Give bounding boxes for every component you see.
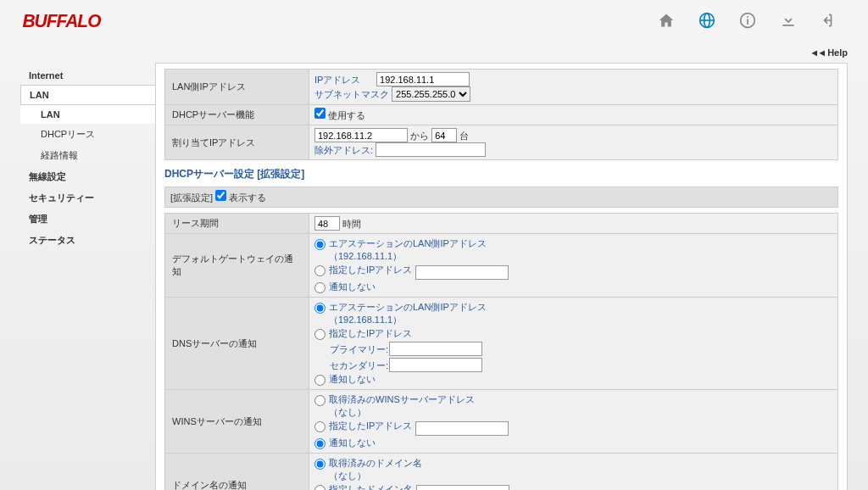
dns-radio-2[interactable] [314,329,326,340]
gateway-radio-3[interactable] [314,282,326,293]
gateway-row-label: デフォルトゲートウェイの通知 [165,234,309,298]
sidebar-sub-dhcp-lease[interactable]: DHCPリース [20,124,156,145]
gateway-radio-2[interactable] [314,265,326,276]
gateway-opt3: 通知しない [329,281,376,293]
help-arrows: ◄◄ [810,47,825,58]
sidebar-item-status[interactable]: ステータス [20,230,156,251]
home-icon[interactable] [658,12,675,31]
svg-rect-5 [747,16,748,18]
gateway-ip-input[interactable] [415,265,509,280]
lan-ip-table: LAN側IPアドレス IPアドレス サブネットマスク 255.255.255.0… [164,69,838,160]
ext-toggle-row: [拡張設定] 表示する [164,187,838,208]
sidebar-item-security[interactable]: セキュリティー [20,187,156,209]
help-row: ◄◄ Help [0,42,868,63]
domain-radio-1[interactable] [314,459,326,470]
svg-rect-4 [747,19,748,25]
main-panel: LAN側IPアドレス IPアドレス サブネットマスク 255.255.255.0… [155,63,848,490]
dhcp-use-label: 使用する [328,110,365,120]
dns-opt3: 通知しない [329,373,376,386]
dhcp-row-label: DHCPサーバー機能 [165,105,309,125]
sidebar-sub-route[interactable]: 経路情報 [20,145,156,166]
sidebar-item-internet[interactable]: Internet [20,66,156,85]
assign-units: 台 [459,131,469,141]
ext-show-checkbox[interactable] [215,190,226,201]
assign-row-label: 割り当てIPアドレス [165,125,309,160]
logout-icon[interactable] [821,12,837,31]
globe-icon[interactable] [698,12,715,31]
wins-opt1-sub: （なし） [329,407,366,417]
ext-section-title: DHCPサーバー設定 [拡張設定] [164,167,838,181]
gateway-opt1-sub: （192.168.11.1） [329,251,402,261]
assign-count-input[interactable] [431,128,457,142]
lease-input[interactable] [314,216,340,231]
header: BUFFALO [0,0,868,42]
subnet-select[interactable]: 255.255.255.0 [392,86,470,102]
domain-row-label: ドメイン名の通知 [165,454,309,491]
gateway-radio-1[interactable] [314,239,326,250]
domain-opt1-sub: （なし） [329,471,366,481]
gateway-opt2: 指定したIPアドレス [329,264,412,276]
help-link[interactable]: Help [827,47,848,58]
download-icon[interactable] [780,12,797,31]
info-icon[interactable] [739,12,756,31]
dns-opt1: エアステーションのLAN側IPアドレス [329,302,487,312]
sidebar: Internet LAN LAN DHCPリース 経路情報 無線設定 セキュリテ… [20,63,156,490]
dns-radio-1[interactable] [314,303,326,314]
dns-row-label: DNSサーバーの通知 [165,298,309,390]
top-nav-icons [658,12,848,31]
dns-opt2: 指定したIPアドレス [329,327,412,340]
gateway-opt1: エアステーションのLAN側IPアドレス [329,238,487,248]
ext-table: リース期間 時間 デフォルトゲートウェイの通知 エアステーションのLAN側IPア… [164,213,838,490]
dns-radio-3[interactable] [314,375,326,386]
domain-opt2: 指定したドメイン名 [329,483,413,490]
dns-primary-input[interactable] [389,342,482,356]
domain-name-input[interactable] [416,485,509,490]
dns-primary-label: プライマリー: [330,343,389,356]
wins-ip-input[interactable] [415,421,509,436]
ip-input[interactable] [376,72,470,86]
wins-opt2: 指定したIPアドレス [329,420,412,432]
dns-opt1-sub: （192.168.11.1） [329,315,402,325]
wins-radio-3[interactable] [314,438,326,449]
domain-opt1: 取得済みのドメイン名 [329,458,422,468]
ext-show-label: 表示する [229,192,266,203]
sidebar-item-wireless[interactable]: 無線設定 [20,166,156,187]
ext-row-label: [拡張設定] [170,192,213,203]
domain-radio-2[interactable] [314,485,326,490]
wins-radio-1[interactable] [314,395,326,406]
wins-opt3: 通知しない [329,437,376,449]
assign-start-input[interactable] [314,128,408,142]
sidebar-item-lan[interactable]: LAN [20,85,156,105]
dhcp-use-checkbox[interactable] [314,108,326,119]
wins-opt1: 取得済みのWINSサーバーアドレス [329,394,475,404]
wins-radio-2[interactable] [314,421,326,432]
exclude-label: 除外アドレス: [314,144,373,157]
lease-row-label: リース期間 [165,214,309,234]
exclude-input[interactable] [376,142,486,157]
assign-from: から [410,131,429,141]
wins-row-label: WINSサーバーの通知 [165,390,309,454]
dns-secondary-input[interactable] [389,358,482,372]
ip-label: IPアドレス [314,74,374,86]
dns-secondary-label: セカンダリー: [330,359,389,372]
lan-ip-row-label: LAN側IPアドレス [165,70,309,105]
lease-unit: 時間 [342,219,361,229]
subnet-label: サブネットマスク [314,88,389,101]
sidebar-item-admin[interactable]: 管理 [20,209,156,230]
sidebar-sub-lan[interactable]: LAN [20,105,156,124]
brand-logo: BUFFALO [22,10,100,32]
